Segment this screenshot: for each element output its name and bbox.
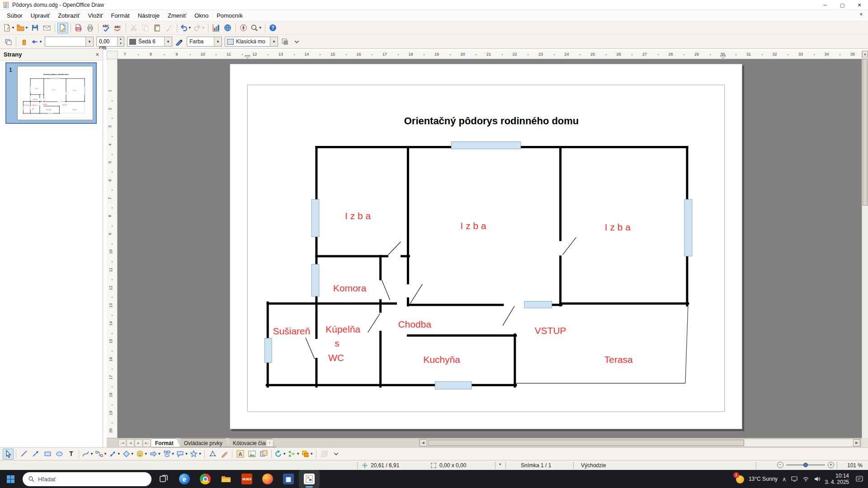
drawing-canvas[interactable]: Orientačný pôdorys rodinného domuI z b a… [118,59,862,438]
stars-button[interactable]: ▼ [189,449,202,460]
menu-nástroje[interactable]: Nástroje [134,11,164,20]
taskbar-office-app[interactable]: ▦ [278,470,299,488]
horizontal-scrollbar-thumb[interactable] [428,440,744,446]
line-color-select[interactable]: Šedá 6▼ [127,37,172,47]
glue-points-button[interactable] [219,449,230,460]
chevron-down-icon[interactable]: ▼ [259,26,262,30]
select-button[interactable] [3,449,14,460]
chevron-down-icon[interactable]: ▼ [188,26,192,30]
taskbar-task-view[interactable] [153,470,174,488]
menu-zmeniť[interactable]: Zmeniť [164,11,190,20]
ellipse-button[interactable] [54,449,65,460]
toolbar-overflow-button[interactable] [330,449,341,460]
taskbar-clock[interactable]: 10:14 3. 4. 2025 [825,473,849,485]
status-zoom-percent[interactable]: 101 % [847,462,863,469]
taskbar-file-explorer[interactable] [216,470,236,488]
chevron-down-icon[interactable]: ▼ [310,452,313,456]
paste-button[interactable] [152,23,163,33]
close-button[interactable]: ✕ [851,0,868,10]
arrow-style-button[interactable]: ▼ [30,36,43,47]
rotate-button[interactable]: ▼ [274,449,287,460]
vertical-scrollbar-thumb[interactable] [863,59,868,206]
chevron-down-icon[interactable]: ▼ [184,452,188,456]
navigator-button[interactable] [238,23,249,33]
hyperlink-globe-button[interactable] [222,23,233,33]
chevron-down-icon[interactable]: ▼ [131,452,134,456]
arrow-line-button[interactable]: ▼ [108,449,121,460]
chevron-down-icon[interactable]: ▼ [202,26,205,30]
mail-button[interactable] [42,23,52,33]
chevron-down-icon[interactable]: ▼ [104,452,107,456]
toolbar-overflow-button[interactable] [292,36,302,47]
spellcheck-button[interactable]: ABC [101,23,112,33]
chevron-down-icon[interactable]: ▼ [39,40,42,44]
minimize-button[interactable]: ─ [816,0,834,10]
ruler-indent-marker[interactable] [721,55,726,59]
chevron-down-icon[interactable]: ▼ [198,452,202,456]
taskbar-search-input[interactable]: Hľadať [23,472,151,486]
chevron-down-icon[interactable]: ▼ [158,452,161,456]
taskbar-oo-draw[interactable] [299,470,320,488]
undo-button[interactable]: ▼ [179,23,192,33]
chevron-down-icon[interactable]: ▼ [296,452,300,456]
taskbar-firefox[interactable] [257,470,278,488]
tab-nav-buttons[interactable]: |◀◀▶▶| [118,439,151,447]
shadow-button[interactable] [280,36,291,47]
save-button[interactable] [30,23,41,33]
ruler-indent-marker[interactable] [245,55,250,59]
menu-súbor[interactable]: Súbor [3,11,27,20]
line-width-stepper[interactable]: 0,00 cm ▲▼ [96,37,124,47]
arrange-button[interactable]: ▼ [301,449,314,460]
document-close-icon[interactable]: × [857,11,865,19]
menu-zobraziť[interactable]: Zobraziť [54,11,84,20]
network-icon[interactable] [802,476,809,482]
maximize-button[interactable]: ▢ [834,0,851,10]
zoom-slider[interactable]: − + [777,462,834,468]
chevron-down-icon[interactable]: ▼ [283,452,286,456]
fill-style-select[interactable]: Farba▼ [187,37,222,47]
zoom-button[interactable]: ▼ [250,23,263,33]
menu-okno[interactable]: Okno [190,11,212,20]
curve-button[interactable]: ▼ [81,449,94,460]
glue-points-mode-button[interactable] [3,36,14,47]
connector-button[interactable]: ▼ [95,449,108,460]
horizontal-scrollbar[interactable]: ◀ ▶ [419,439,861,447]
vertical-scrollbar[interactable]: ▲ ▼ [862,51,868,446]
zoom-slider-thumb[interactable] [803,463,808,467]
gallery-button[interactable] [258,449,269,460]
print-button[interactable] [85,23,96,33]
arrow-button[interactable] [30,449,41,460]
tab-formát[interactable]: Formát [151,438,180,447]
flowchart-button[interactable]: ▼ [163,449,175,460]
speaker-icon[interactable] [814,476,821,482]
fill-color-select[interactable]: Klasická mo▼ [225,37,278,47]
basic-shapes-button[interactable]: ▼ [122,449,135,460]
chevron-down-icon[interactable]: ▼ [25,26,28,30]
chevron-down-icon[interactable]: ▼ [90,452,94,456]
auto-spellcheck-button[interactable]: ABC [113,23,123,33]
symbol-shapes-button[interactable]: ▼ [136,449,148,460]
tray-chevron-icon[interactable]: ∧ [782,476,787,483]
from-file-button[interactable] [246,449,257,460]
fill-pen-icon[interactable] [174,36,185,47]
tab-ovládacie-prvky[interactable]: Ovládacie prvky [180,438,229,447]
document-page[interactable]: Orientačný pôdorys rodinného domuI z b a… [230,64,742,429]
panel-close-icon[interactable]: × [95,51,99,58]
align-button[interactable]: ▼ [288,449,300,460]
taskbar-chrome[interactable] [195,470,216,488]
chevron-down-icon[interactable]: ▼ [144,452,148,456]
menu-upraviť[interactable]: Upraviť [27,11,54,20]
edit-points-button[interactable] [207,449,218,460]
export-pdf-button[interactable]: PDF [73,23,84,33]
start-button[interactable] [0,470,21,488]
menu-pomocník[interactable]: Pomocník [212,11,247,20]
line-dialog-button[interactable] [19,36,29,47]
menu-vložiť[interactable]: Vložiť [84,11,107,20]
page-thumbnail[interactable]: 1 Orientačný pôdorys rodinného domuI z b… [5,62,97,124]
block-arrows-button[interactable]: ▼ [149,449,162,460]
new-document-button[interactable]: ▼ [3,23,15,33]
open-button[interactable]: ▼ [16,23,29,33]
notification-center-icon[interactable] [854,473,865,485]
chevron-down-icon[interactable]: ▼ [117,452,121,456]
taskbar-m365[interactable]: M365 [236,470,257,488]
